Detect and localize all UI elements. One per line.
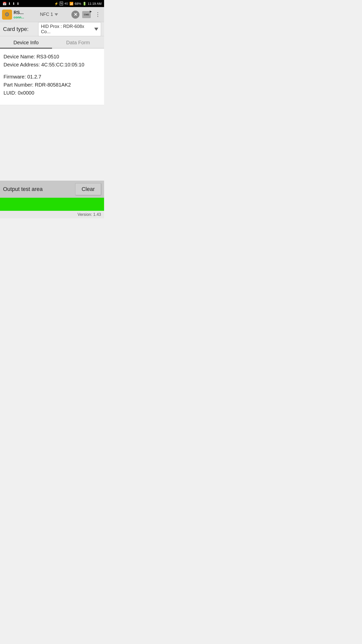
- status-bar: 📅 ⬇ ⬇ ⬇ ⚡ N 4G 📶 68% 🔋 11:19 AM: [0, 0, 104, 7]
- nfc-icon: N: [60, 2, 63, 6]
- card-type-label: Card type:: [3, 26, 38, 32]
- app-bar-actions: ✕ CMD ▶ ⋮: [71, 10, 102, 19]
- app-status: conn...: [14, 15, 24, 19]
- status-right-icons: ⚡ N 4G 📶 68% 🔋 11:19 AM: [54, 2, 102, 6]
- card-type-dropdown[interactable]: HID Prox : RDR-608x Co...: [38, 22, 101, 36]
- app-bar: RS... conn... NFC 1 ✕ CMD ▶ ⋮: [0, 7, 104, 22]
- app-logo-area: RS... conn...: [2, 10, 27, 20]
- card-type-value: HID Prox : RDR-608x Co...: [41, 24, 94, 34]
- app-name-area: RS... conn...: [14, 10, 24, 19]
- app-logo-icon: [2, 10, 12, 20]
- firmware: Firmware: 01.2.7: [4, 73, 101, 81]
- signal-icon: 📶: [69, 2, 73, 6]
- part-number: Part Number: RDR-80581AK2: [4, 81, 101, 89]
- download-icon-1: ⬇: [8, 2, 11, 6]
- clear-button[interactable]: Clear: [75, 183, 101, 195]
- calendar-icon: 📅: [3, 2, 7, 6]
- bluetooth-icon: ⚡: [54, 2, 58, 6]
- device-info-text: Device Name: RS3-0510 Device Address: 4C…: [4, 53, 101, 97]
- cmd-button[interactable]: CMD ▶: [82, 10, 91, 19]
- device-info-panel: Device Name: RS3-0510 Device Address: 4C…: [0, 49, 104, 105]
- green-status-bar: [0, 198, 104, 211]
- battery-label: 68%: [75, 2, 81, 6]
- tabs-bar: Device Info Data Form: [0, 36, 104, 49]
- cmd-icon: CMD ▶: [82, 11, 91, 18]
- output-label: Output test area: [3, 186, 43, 192]
- firmware-block: Firmware: 01.2.7 Part Number: RDR-80581A…: [4, 73, 101, 97]
- tab-device-info[interactable]: Device Info: [0, 36, 52, 48]
- dropdown-triangle-icon: [94, 28, 98, 31]
- download-icon-2: ⬇: [12, 2, 15, 6]
- download-icon-3: ⬇: [17, 2, 19, 6]
- device-address: Device Address: 4C:55:CC:10:05:10: [4, 61, 101, 69]
- status-left-icons: 📅 ⬇ ⬇ ⬇: [3, 2, 19, 6]
- device-name-block: Device Name: RS3-0510 Device Address: 4C…: [4, 53, 101, 69]
- version-label: Version: 1.43: [78, 212, 101, 217]
- more-icon: ⋮: [95, 11, 100, 18]
- close-icon: ✕: [71, 11, 79, 19]
- time-label: 11:19 AM: [88, 2, 102, 6]
- tab-data-format[interactable]: Data Form: [52, 36, 104, 48]
- more-button[interactable]: ⋮: [93, 10, 102, 19]
- lte-icon: 4G: [64, 2, 68, 5]
- output-area: Output test area Clear: [0, 181, 104, 198]
- main-content-area: [0, 105, 104, 181]
- card-type-row: Card type: HID Prox : RDR-608x Co...: [0, 22, 104, 36]
- device-name: Device Name: RS3-0510: [4, 53, 101, 61]
- version-bar: Version: 1.43: [0, 211, 104, 218]
- battery-icon: 🔋: [82, 2, 86, 6]
- app-name: RS...: [14, 10, 24, 15]
- nfc-tab-label: NFC 1: [27, 12, 71, 17]
- luid: LUID: 0x0000: [4, 89, 101, 97]
- close-button[interactable]: ✕: [71, 10, 80, 19]
- tab-triangle-icon: [55, 13, 58, 16]
